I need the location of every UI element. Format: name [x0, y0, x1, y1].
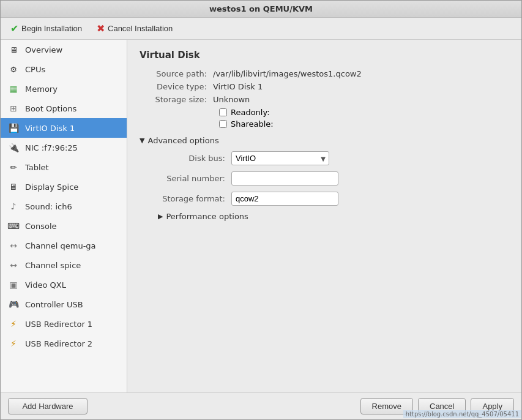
begin-installation-icon: ✔ — [10, 23, 18, 34]
sidebar-label-memory: Memory — [25, 84, 58, 94]
sidebar-label-channel-qemu-ga: Channel qemu-ga — [25, 241, 96, 250]
begin-installation-label: Begin Installation — [21, 24, 82, 33]
usb-redirector-1-icon: ⚡ — [7, 317, 20, 331]
sidebar-item-channel-qemu-ga[interactable]: ↔ Channel qemu-ga — [1, 236, 127, 255]
cpu-icon — [7, 62, 20, 76]
tablet-icon: ✏ — [7, 160, 20, 174]
sidebar-item-memory[interactable]: ▦ Memory — [1, 79, 127, 99]
sidebar-item-console[interactable]: ⌨ Console — [1, 216, 127, 236]
readonly-label: Readonly: — [231, 108, 270, 117]
storage-format-input[interactable] — [231, 192, 338, 206]
sidebar-label-video-qxl: Video QXL — [25, 280, 66, 290]
usb-redirector-2-icon: ⚡ — [7, 337, 20, 350]
display-icon: 🖥 — [7, 180, 20, 193]
serial-number-label: Serial number: — [158, 174, 231, 183]
sidebar-item-nic[interactable]: 🔌 NIC :f7:96:25 — [1, 138, 127, 157]
apply-label: Apply — [482, 402, 502, 411]
storage-format-label: Storage format: — [158, 194, 231, 203]
sidebar-item-usb-redirector-1[interactable]: ⚡ USB Redirector 1 — [1, 314, 127, 334]
storage-size-label: Storage size: — [140, 95, 213, 104]
performance-options-label: Performance options — [166, 212, 248, 221]
device-type-row: Device type: VirtIO Disk 1 — [140, 82, 509, 91]
begin-installation-button[interactable]: ✔ Begin Installation — [8, 21, 84, 36]
disk-bus-row: Disk bus: VirtIO IDE SATA SCSI — [158, 151, 509, 165]
section-title: Virtual Disk — [140, 50, 509, 61]
sidebar-label-console: Console — [25, 222, 57, 231]
nic-icon: 🔌 — [7, 141, 20, 154]
disk-icon: 💾 — [7, 121, 20, 135]
cancel-label: Cancel — [430, 402, 454, 411]
watermark: https://blog.csdn.net/qq_4507/05411 — [403, 410, 521, 418]
sidebar-label-virtio-disk-1: VirtIO Disk 1 — [25, 124, 75, 133]
advanced-options-toggle[interactable]: ▼ Advanced options — [140, 136, 509, 145]
shareable-checkbox[interactable] — [219, 120, 227, 128]
sidebar-label-overview: Overview — [25, 45, 62, 54]
sidebar-label-cpus: CPUs — [25, 65, 45, 74]
sidebar-label-controller-usb: Controller USB — [25, 300, 83, 309]
shareable-row: Shareable: — [219, 119, 509, 129]
sidebar-label-nic: NIC :f7:96:25 — [25, 143, 78, 152]
storage-size-row: Storage size: Unknown — [140, 95, 509, 104]
main-area: Overview CPUs ▦ Memory ⊞ Boot Options 💾 … — [1, 40, 521, 392]
sidebar-label-usb-redirector-2: USB Redirector 2 — [25, 339, 92, 348]
boot-icon: ⊞ — [7, 102, 20, 115]
toolbar: ✔ Begin Installation ✖ Cancel Installati… — [1, 18, 521, 40]
disk-bus-select[interactable]: VirtIO IDE SATA SCSI — [231, 151, 329, 165]
advanced-arrow-icon: ▼ — [140, 137, 144, 144]
monitor-icon — [7, 43, 20, 56]
disk-bus-label: Disk bus: — [158, 154, 231, 163]
sidebar-label-boot-options: Boot Options — [25, 104, 76, 113]
shareable-label: Shareable: — [231, 119, 274, 129]
serial-number-input[interactable] — [231, 171, 338, 186]
remove-label: Remove — [372, 402, 401, 411]
window-title: westos1 on QEMU/KVM — [209, 4, 313, 13]
sidebar-label-tablet: Tablet — [25, 163, 49, 172]
device-type-value: VirtIO Disk 1 — [213, 82, 263, 91]
sidebar-label-display-spice: Display Spice — [25, 182, 78, 192]
sidebar-item-controller-usb[interactable]: 🎮 Controller USB — [1, 294, 127, 314]
source-path-row: Source path: /var/lib/libvirt/images/wes… — [140, 69, 509, 78]
sidebar-label-channel-spice: Channel spice — [25, 261, 81, 270]
cancel-installation-button[interactable]: ✖ Cancel Installation — [94, 21, 175, 36]
source-path-value: /var/lib/libvirt/images/westos1.qcow2 — [213, 69, 362, 78]
sidebar-item-sound[interactable]: ♪ Sound: ich6 — [1, 197, 127, 216]
sidebar-item-usb-redirector-2[interactable]: ⚡ USB Redirector 2 — [1, 334, 127, 353]
sidebar-item-channel-spice[interactable]: ↔ Channel spice — [1, 255, 127, 275]
titlebar: westos1 on QEMU/KVM — [1, 1, 521, 18]
content-area: Virtual Disk Source path: /var/lib/libvi… — [127, 40, 521, 392]
performance-arrow-icon: ▶ — [158, 212, 163, 220]
source-path-label: Source path: — [140, 69, 213, 78]
storage-size-value: Unknown — [213, 95, 250, 104]
storage-format-row: Storage format: — [158, 192, 509, 206]
sidebar-item-display-spice[interactable]: 🖥 Display Spice — [1, 177, 127, 197]
sidebar-item-video-qxl[interactable]: ▣ Video QXL — [1, 275, 127, 294]
video-icon: ▣ — [7, 278, 20, 291]
readonly-row: Readonly: — [219, 108, 509, 117]
performance-options-toggle[interactable]: ▶ Performance options — [158, 212, 509, 221]
sidebar-item-cpus[interactable]: CPUs — [1, 59, 127, 79]
add-hardware-label: Add Hardware — [22, 402, 73, 411]
device-type-label: Device type: — [140, 82, 213, 91]
channel-qemu-icon: ↔ — [7, 239, 20, 252]
sidebar-item-overview[interactable]: Overview — [1, 40, 127, 59]
advanced-section: ▼ Advanced options Disk bus: VirtIO IDE … — [140, 136, 509, 221]
memory-icon: ▦ — [7, 82, 20, 96]
sidebar-item-tablet[interactable]: ✏ Tablet — [1, 157, 127, 177]
readonly-checkbox[interactable] — [219, 108, 227, 116]
serial-number-row: Serial number: — [158, 171, 509, 186]
cancel-installation-label: Cancel Installation — [108, 24, 173, 33]
add-hardware-button[interactable]: Add Hardware — [8, 398, 88, 414]
sidebar-label-usb-redirector-1: USB Redirector 1 — [25, 320, 92, 329]
sidebar: Overview CPUs ▦ Memory ⊞ Boot Options 💾 … — [1, 40, 127, 392]
sound-icon: ♪ — [7, 200, 20, 213]
cancel-installation-icon: ✖ — [97, 23, 105, 34]
sidebar-label-sound: Sound: ich6 — [25, 202, 72, 211]
channel-spice-icon: ↔ — [7, 258, 20, 272]
sidebar-item-boot-options[interactable]: ⊞ Boot Options — [1, 99, 127, 118]
sidebar-item-virtio-disk-1[interactable]: 💾 VirtIO Disk 1 — [1, 118, 127, 138]
console-icon: ⌨ — [7, 219, 20, 233]
controller-icon: 🎮 — [7, 298, 20, 311]
disk-bus-select-wrapper: VirtIO IDE SATA SCSI — [231, 151, 329, 165]
advanced-options-label: Advanced options — [147, 136, 218, 145]
